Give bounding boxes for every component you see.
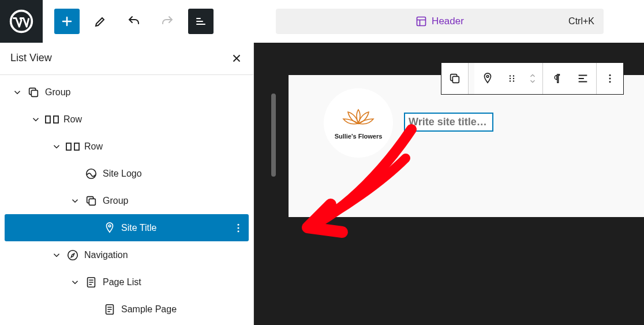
options-button[interactable] [597, 63, 623, 94]
block-icon-button[interactable] [474, 63, 501, 94]
document-bar: Header Ctrl+K [225, 0, 644, 42]
tree-item-navigation[interactable]: Navigation [5, 241, 249, 268]
tree-label: Page List [99, 277, 249, 287]
group-icon [83, 195, 99, 207]
align-button[interactable] [570, 63, 596, 94]
svg-point-12 [238, 223, 239, 225]
chevron-down-icon[interactable] [67, 277, 83, 287]
toolbar-left [43, 0, 225, 42]
tree-label: Site Title [118, 223, 228, 233]
svg-point-23 [510, 78, 511, 79]
panel-title: List View [10, 52, 52, 64]
svg-point-20 [486, 76, 489, 78]
svg-point-11 [108, 225, 111, 227]
compass-icon [65, 249, 81, 262]
header-template-part[interactable]: Sullie's Flowers Write site title… [289, 75, 644, 217]
lotus-icon [341, 106, 376, 132]
svg-point-24 [513, 78, 514, 79]
svg-rect-7 [74, 143, 79, 150]
page-list-icon [83, 276, 99, 289]
site-logo-icon [83, 167, 99, 180]
svg-point-13 [238, 227, 239, 229]
list-view-panel: List View Group Row Row [0, 43, 254, 325]
block-toolbar [441, 62, 624, 95]
site-title-placeholder: Write site title… [409, 116, 487, 128]
svg-rect-10 [89, 199, 95, 205]
svg-point-28 [609, 78, 611, 80]
svg-point-27 [609, 74, 611, 76]
more-icon[interactable] [228, 222, 249, 234]
svg-rect-3 [31, 90, 38, 96]
move-buttons[interactable] [523, 63, 542, 94]
page-icon [102, 303, 118, 316]
editor-canvas[interactable]: Sullie's Flowers Write site title… [254, 43, 644, 325]
svg-point-21 [510, 75, 511, 76]
shortcut-label: Ctrl+K [568, 16, 594, 27]
tree-label: Site Logo [99, 169, 249, 179]
tree-item-site-title[interactable]: Site Title [5, 214, 249, 241]
parent-selector-button[interactable] [441, 63, 468, 94]
svg-point-29 [609, 81, 611, 83]
svg-rect-4 [46, 116, 50, 123]
chevron-down-icon[interactable] [48, 141, 65, 152]
logo-text: Sullie's Flowers [335, 133, 383, 140]
tree-label: Group [99, 196, 249, 206]
block-tree: Group Row Row Site Logo Group [0, 75, 253, 325]
svg-rect-5 [54, 116, 58, 123]
row-icon [44, 114, 60, 125]
chevron-down-icon[interactable] [9, 87, 25, 98]
tree-item-row[interactable]: Row [5, 133, 249, 160]
tree-item-group[interactable]: Group [5, 79, 249, 106]
template-chip[interactable]: Header Ctrl+K [276, 9, 604, 34]
layout-icon [415, 16, 427, 27]
tree-label: Group [42, 87, 249, 98]
close-icon[interactable] [230, 52, 243, 65]
row-icon [65, 141, 81, 152]
tree-label: Navigation [81, 250, 249, 260]
svg-point-14 [238, 230, 239, 232]
svg-rect-6 [66, 143, 71, 150]
svg-point-15 [68, 250, 78, 260]
tree-item-site-logo[interactable]: Site Logo [5, 160, 249, 187]
tree-label: Sample Page [118, 304, 249, 315]
drag-handle[interactable] [501, 63, 523, 94]
group-icon [25, 86, 42, 99]
svg-point-22 [513, 75, 514, 76]
top-toolbar: Header Ctrl+K [0, 0, 644, 43]
scrollbar[interactable] [271, 94, 276, 177]
undo-button[interactable] [121, 9, 147, 34]
svg-point-25 [510, 80, 511, 81]
list-view-toggle[interactable] [188, 9, 214, 34]
tree-label: Row [81, 141, 249, 152]
tree-label: Row [60, 114, 249, 125]
paragraph-button[interactable] [543, 63, 570, 94]
chevron-down-icon[interactable] [28, 114, 44, 125]
edit-icon[interactable] [88, 9, 113, 34]
chevron-down-icon[interactable] [67, 196, 83, 206]
tree-item-sample-page[interactable]: Sample Page [5, 296, 249, 323]
redo-button [155, 9, 180, 34]
template-name: Header [432, 16, 464, 27]
add-block-button[interactable] [54, 9, 80, 34]
tree-item-group[interactable]: Group [5, 187, 249, 214]
wordpress-logo[interactable] [0, 0, 43, 43]
svg-rect-1 [417, 17, 426, 25]
tree-item-row[interactable]: Row [5, 106, 249, 133]
pin-icon [102, 222, 118, 234]
site-logo-block[interactable]: Sullie's Flowers [324, 88, 393, 158]
svg-point-26 [513, 80, 514, 81]
site-title-input[interactable]: Write site title… [404, 113, 493, 132]
chevron-down-icon[interactable] [48, 250, 65, 260]
tree-item-page-list[interactable]: Page List [5, 268, 249, 296]
svg-rect-19 [452, 76, 459, 83]
